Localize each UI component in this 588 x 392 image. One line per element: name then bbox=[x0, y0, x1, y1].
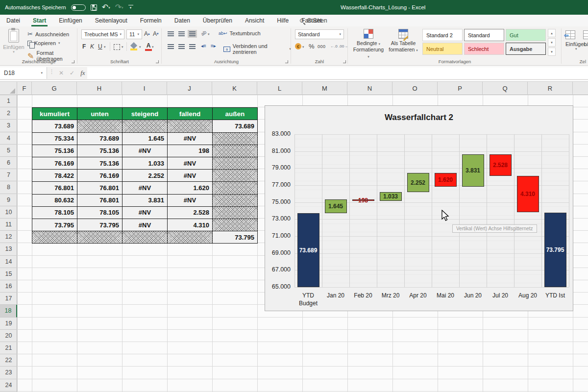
hatched-cell[interactable] bbox=[77, 120, 122, 132]
row-header-24[interactable]: 24 bbox=[0, 379, 17, 392]
increase-font-icon[interactable]: A▴ bbox=[144, 30, 150, 37]
y-axis-label[interactable]: 81.000 bbox=[266, 147, 291, 154]
row-header-1[interactable]: 1 bbox=[0, 95, 17, 107]
tab-datei[interactable]: Datei bbox=[0, 15, 26, 26]
x-axis-label[interactable]: Feb 20 bbox=[349, 292, 377, 300]
underline-button[interactable]: U bbox=[98, 43, 102, 50]
orientation-icon[interactable]: ab bbox=[200, 29, 207, 37]
col-header-R[interactable]: R bbox=[528, 82, 573, 95]
table-cell[interactable]: #NV bbox=[122, 207, 168, 219]
align-top-icon[interactable] bbox=[168, 31, 174, 36]
row-header-13[interactable]: 13 bbox=[0, 243, 17, 255]
table-cell[interactable]: #NV bbox=[168, 133, 213, 145]
alignment-dialog-launcher[interactable] bbox=[285, 60, 288, 63]
row-header-9[interactable]: 9 bbox=[0, 194, 17, 206]
redo-icon[interactable]: ↷▾ bbox=[115, 3, 123, 11]
style-standard[interactable]: Standard bbox=[464, 29, 504, 41]
tab-formeln[interactable]: Formeln bbox=[134, 15, 168, 26]
chart-bar-feb-20[interactable] bbox=[352, 199, 374, 201]
thousands-icon[interactable]: 000 bbox=[318, 44, 326, 49]
table-cell[interactable]: 75.136 bbox=[77, 157, 122, 170]
table-cell[interactable]: 76.169 bbox=[77, 170, 122, 182]
row-header-7[interactable]: 7 bbox=[0, 169, 17, 181]
table-cell[interactable]: 198 bbox=[168, 145, 213, 157]
x-axis-label[interactable]: Jan 20 bbox=[322, 292, 349, 300]
x-axis-label[interactable]: YTD Ist bbox=[541, 292, 569, 300]
tab-start[interactable]: Start bbox=[26, 15, 52, 26]
cut-button[interactable]: ✂ Ausschneiden bbox=[27, 30, 69, 38]
col-header-G[interactable]: G bbox=[32, 82, 77, 95]
col-header-O[interactable]: O bbox=[392, 82, 438, 95]
col-header-N[interactable]: N bbox=[347, 82, 392, 95]
table-cell[interactable]: 1.033 bbox=[122, 157, 168, 170]
insert-function-icon[interactable]: fx bbox=[80, 69, 85, 77]
hatched-cell[interactable] bbox=[168, 120, 213, 132]
y-axis-label[interactable]: 77.000 bbox=[266, 181, 291, 188]
number-format-select[interactable]: Standard▾ bbox=[295, 29, 344, 39]
row-header-22[interactable]: 22 bbox=[0, 354, 17, 367]
hatched-cell[interactable] bbox=[213, 157, 258, 170]
col-header-K[interactable]: K bbox=[212, 82, 257, 95]
row-header-2[interactable]: 2 bbox=[0, 107, 17, 120]
italic-button[interactable]: K bbox=[90, 43, 94, 50]
row-header-18[interactable]: 18 bbox=[0, 305, 17, 317]
table-cell[interactable]: 75.334 bbox=[32, 133, 77, 145]
save-icon[interactable] bbox=[91, 4, 97, 11]
row-header-19[interactable]: 19 bbox=[0, 318, 17, 330]
table-cell[interactable]: 73.795 bbox=[213, 231, 258, 244]
increase-decimal-icon[interactable]: ←.0 bbox=[330, 44, 338, 49]
hatched-cell[interactable] bbox=[213, 145, 258, 157]
table-cell[interactable]: #NV bbox=[122, 182, 168, 194]
tab-hilfe[interactable]: Hilfe bbox=[270, 15, 295, 26]
row-header-4[interactable]: 4 bbox=[0, 132, 17, 145]
y-axis-label[interactable]: 65.000 bbox=[266, 283, 291, 290]
row-header-16[interactable]: 16 bbox=[0, 280, 17, 293]
row-header-8[interactable]: 8 bbox=[0, 181, 17, 194]
row-header-20[interactable]: 20 bbox=[0, 330, 17, 342]
number-dialog-launcher[interactable] bbox=[343, 60, 346, 63]
tab-ansicht[interactable]: Ansicht bbox=[239, 15, 270, 26]
table-cell[interactable]: 73.689 bbox=[32, 120, 77, 132]
sheet-area[interactable]: FGHIJKLMNOPQR 12345678910111213141516171… bbox=[0, 81, 588, 392]
style-ausgabe[interactable]: Ausgabe bbox=[506, 43, 546, 55]
wrap-text-button[interactable]: ab↩ Textumbruch bbox=[219, 30, 261, 36]
row-header-3[interactable]: 3 bbox=[0, 120, 17, 132]
tab-seitenlayout[interactable]: Seitenlayout bbox=[89, 15, 134, 26]
table-cell[interactable]: 3.831 bbox=[122, 195, 168, 207]
select-all-corner[interactable] bbox=[0, 82, 17, 95]
col-header-M[interactable]: M bbox=[302, 82, 347, 95]
fill-color-icon[interactable] bbox=[130, 43, 137, 50]
decrease-decimal-icon[interactable]: .00→ bbox=[339, 44, 348, 49]
decrease-indent-icon[interactable]: ◂≡ bbox=[201, 43, 206, 49]
font-color-icon[interactable]: A bbox=[145, 42, 152, 51]
font-dialog-launcher[interactable] bbox=[156, 60, 159, 63]
y-axis-label[interactable]: 75.000 bbox=[266, 198, 291, 205]
table-cell[interactable]: 78.105 bbox=[32, 207, 77, 219]
y-axis-label[interactable]: 69.000 bbox=[266, 249, 291, 256]
clipboard-dialog-launcher[interactable] bbox=[72, 60, 74, 63]
formula-input[interactable] bbox=[87, 67, 588, 79]
tab-einfügen[interactable]: Einfügen bbox=[52, 15, 88, 26]
y-axis-label[interactable]: 83.000 bbox=[266, 130, 291, 137]
hatched-cell[interactable] bbox=[122, 231, 168, 244]
x-axis-label[interactable]: Jul 20 bbox=[487, 292, 514, 300]
col-header-J[interactable]: J bbox=[167, 82, 212, 95]
col-header-I[interactable]: I bbox=[122, 82, 167, 95]
row-header-15[interactable]: 15 bbox=[0, 268, 17, 280]
x-axis-label[interactable]: Apr 20 bbox=[404, 292, 432, 300]
paste-button[interactable]: Einfügen ▾ bbox=[3, 29, 24, 62]
font-name-select[interactable]: Trebuchet MS▾ bbox=[81, 29, 124, 39]
x-axis-label[interactable]: Mrz 20 bbox=[377, 292, 404, 300]
table-cell[interactable]: 76.801 bbox=[77, 182, 122, 194]
style-gut[interactable]: Gut bbox=[506, 29, 546, 41]
hatched-cell[interactable] bbox=[168, 231, 213, 244]
align-bottom-icon[interactable] bbox=[189, 31, 196, 36]
font-size-select[interactable]: 11▾ bbox=[126, 29, 142, 39]
hatched-cell[interactable] bbox=[32, 231, 77, 244]
col-header-Q[interactable]: Q bbox=[483, 82, 528, 95]
row-header-12[interactable]: 12 bbox=[0, 231, 17, 243]
col-header-H[interactable]: H bbox=[77, 82, 122, 95]
search-box[interactable]: Suchen bbox=[300, 15, 327, 26]
gallery-more-icon[interactable]: ▾ bbox=[548, 48, 556, 56]
autosave-toggle[interactable] bbox=[71, 4, 86, 11]
